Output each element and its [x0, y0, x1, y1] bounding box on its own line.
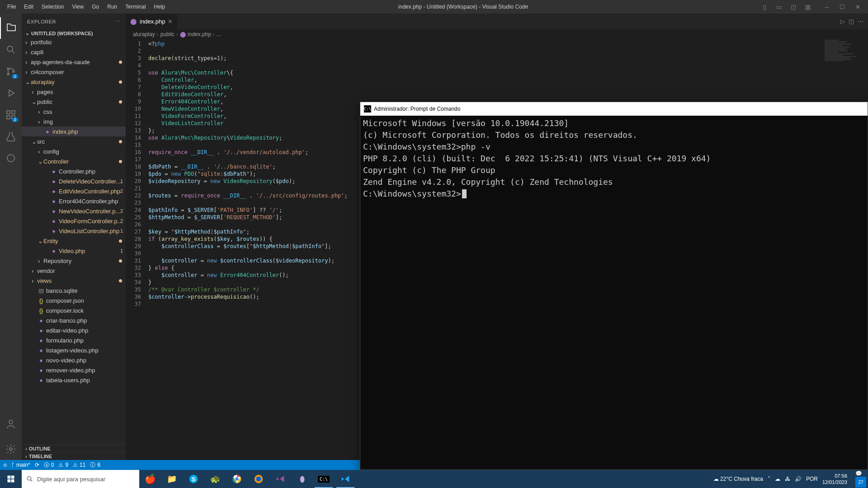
tab-index-php[interactable]: ⬤ index.php ✕ [126, 14, 177, 29]
tray-volume-icon[interactable]: 🔊 [795, 476, 802, 482]
taskbar-app-vscode[interactable] [335, 470, 356, 488]
start-button[interactable] [0, 470, 22, 488]
taskbar-app[interactable]: 🍎 [139, 470, 161, 488]
explorer-icon[interactable] [0, 17, 22, 39]
menu-view[interactable]: View [68, 2, 87, 12]
taskbar-search[interactable]: Digite aqui para pesquisar [22, 470, 139, 488]
file-item[interactable]: ●editar-video.php [22, 325, 126, 335]
folder-item[interactable]: ›app-agentes-da-saude [22, 57, 126, 67]
file-item[interactable]: ●formulario.php [22, 335, 126, 345]
file-item[interactable]: ●Video.php1 [22, 246, 126, 256]
branch-indicator[interactable]: ᚶ main* [11, 462, 30, 468]
search-icon[interactable] [0, 39, 22, 61]
file-item[interactable]: ●criar-banco.php [22, 315, 126, 325]
tray-chevron-icon[interactable]: ˄ [768, 476, 770, 482]
layout-icon[interactable]: ▯ [758, 1, 771, 12]
folder-item[interactable]: ›ci4composer [22, 67, 126, 77]
workspace-section[interactable]: ⌄ UNTITLED (WORKSPACE) [22, 29, 126, 37]
taskbar-app[interactable]: 🐢 [204, 470, 226, 488]
taskbar-app-explorer[interactable]: 📁 [161, 470, 183, 488]
folder-item[interactable]: ⌄src [22, 136, 126, 146]
tray-language[interactable]: POR [806, 476, 818, 482]
breadcrumb-item[interactable]: index.php [188, 31, 211, 38]
file-item[interactable]: {}composer.json [22, 296, 126, 305]
info-indicator[interactable]: ⓘ 6 [90, 461, 100, 469]
taskbar-app-chrome[interactable] [226, 470, 248, 488]
timeline-section[interactable]: ›TIMELINE [22, 452, 126, 460]
testing-icon[interactable] [0, 126, 22, 147]
notifications-icon[interactable]: 💬27 [855, 470, 866, 488]
warnings2-indicator[interactable]: ⚠ 11 [73, 462, 85, 468]
folder-item[interactable]: ⌄Entity [22, 236, 126, 246]
menu-run[interactable]: Run [104, 2, 121, 12]
folder-item[interactable]: ›pages [22, 87, 126, 97]
layout-icon[interactable]: ▭ [772, 1, 786, 12]
close-tab-icon[interactable]: ✕ [168, 18, 173, 25]
weather-widget[interactable]: ☁ 22°C Chuva fraca [713, 476, 763, 482]
file-item[interactable]: ●novo-video.php [22, 355, 126, 365]
menu-help[interactable]: Help [151, 2, 169, 12]
taskbar-app-cmd[interactable]: C:\ [313, 470, 335, 488]
tray-datetime[interactable]: 07:56 12/01/2023 [822, 473, 851, 485]
split-icon[interactable]: ◫ [849, 18, 854, 25]
file-item[interactable]: ●remover-video.php [22, 365, 126, 375]
file-item[interactable]: ●Error404Controller.php [22, 196, 126, 206]
minimize-icon[interactable]: ─ [820, 1, 834, 12]
taskbar-app[interactable]: ⬮ [291, 470, 313, 488]
file-item[interactable]: ●EditVideoController.php2 [22, 186, 126, 196]
file-item[interactable]: ●DeleteVideoController....1 [22, 176, 126, 186]
layout-icon[interactable]: ▥ [801, 1, 815, 12]
file-item[interactable]: ●Controller.php [22, 166, 126, 176]
cmd-output[interactable]: Microsoft Windows [versão 10.0.19044.213… [360, 116, 868, 469]
folder-item[interactable]: ›portfolio [22, 37, 126, 47]
file-item[interactable]: ●tabela-users.php [22, 375, 126, 385]
folder-item[interactable]: ⌄aluraplay [22, 77, 126, 87]
more-icon[interactable]: ⋯ [115, 19, 121, 24]
folder-item[interactable]: ›config [22, 146, 126, 156]
breadcrumb[interactable]: aluraplay› public› ⬤index.php› ... [126, 29, 868, 39]
tray-network-icon[interactable]: 🖧 [785, 476, 790, 482]
folder-item[interactable]: ›Repository [22, 256, 126, 266]
run-icon[interactable]: ▷ [840, 18, 845, 25]
folder-item[interactable]: ›cap8 [22, 47, 126, 57]
breadcrumb-item[interactable]: public [160, 31, 175, 38]
maximize-icon[interactable]: ☐ [835, 1, 849, 12]
errors-indicator[interactable]: ⓧ 0 [44, 461, 54, 469]
folder-item[interactable]: ›vendor [22, 266, 126, 276]
extensions-icon[interactable]: 2 [0, 104, 22, 126]
file-item[interactable]: ▤banco.sqlite [22, 286, 126, 296]
folder-item[interactable]: ⌄Controller [22, 156, 126, 166]
close-icon[interactable]: ✕ [851, 1, 864, 12]
cmd-titlebar[interactable]: C:\ Administrador: Prompt de Comando [360, 102, 868, 116]
file-item[interactable]: ●VideoListController.php1 [22, 226, 126, 236]
settings-icon[interactable] [0, 438, 22, 460]
menu-file[interactable]: File [4, 2, 19, 12]
menu-terminal[interactable]: Terminal [122, 2, 149, 12]
more-icon[interactable]: ⋯ [858, 18, 863, 25]
remote-icon[interactable]: ⎋ [4, 462, 7, 468]
debug-icon[interactable] [0, 82, 22, 104]
file-item[interactable]: ●VideoFormController.p...2 [22, 216, 126, 226]
tray-cloud-icon[interactable]: ☁ [775, 476, 780, 482]
file-item[interactable]: {}composer.lock [22, 305, 126, 315]
breadcrumb-item[interactable]: ... [217, 31, 221, 38]
warnings-indicator[interactable]: ⚠ 9 [58, 462, 68, 468]
file-item[interactable]: ●NewVideoController.p...2 [22, 206, 126, 216]
file-item[interactable]: ●listagem-videos.php [22, 345, 126, 355]
taskbar-app-vs[interactable] [269, 470, 291, 488]
sync-icon[interactable]: ⟳ [35, 462, 39, 468]
file-item[interactable]: ●index.php [22, 127, 126, 136]
folder-item[interactable]: ›views [22, 276, 126, 286]
outline-section[interactable]: ›OUTLINE [22, 445, 126, 452]
breadcrumb-item[interactable]: aluraplay [133, 31, 155, 38]
folder-item[interactable]: ⌄public [22, 97, 126, 107]
taskbar-app-skype[interactable]: S [183, 470, 204, 488]
layout-icon[interactable]: ◫ [787, 1, 800, 12]
liveshare-icon[interactable] [0, 147, 22, 169]
menu-go[interactable]: Go [88, 2, 103, 12]
folder-item[interactable]: ›img [22, 117, 126, 127]
menu-selection[interactable]: Selection [38, 2, 67, 12]
folder-item[interactable]: ›css [22, 107, 126, 117]
accounts-icon[interactable] [0, 413, 22, 435]
cmd-window[interactable]: C:\ Administrador: Prompt de Comando Mic… [360, 102, 868, 470]
